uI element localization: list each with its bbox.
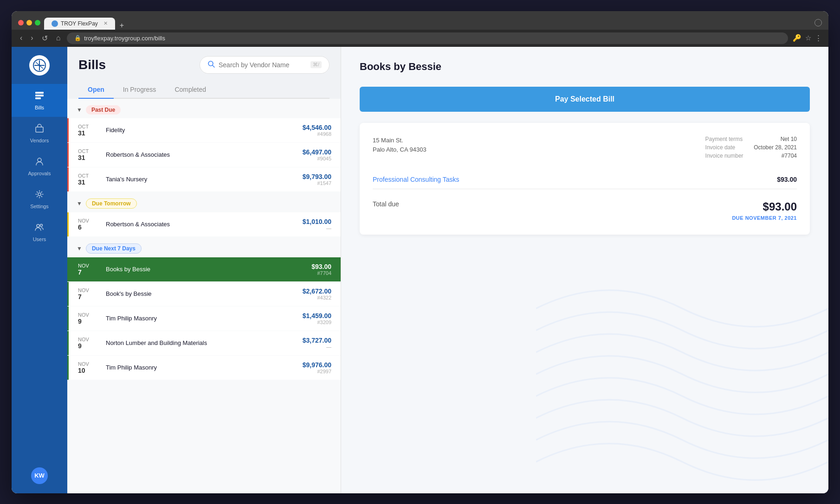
new-tab-button[interactable]: + — [117, 21, 127, 30]
invoice-term-row-date: Invoice date October 28, 2021 — [705, 144, 797, 151]
users-icon — [34, 222, 45, 235]
tab-open[interactable]: Open — [78, 81, 114, 99]
bill-item[interactable]: NOV 7 Book's by Bessie $2,672.00 #4322 — [67, 282, 341, 306]
logo-icon — [29, 55, 50, 76]
address-bar[interactable]: 🔒 troyflexpay.troygroup.com/bills — [67, 32, 788, 44]
invoice-term-row-number: Invoice number #7704 — [705, 153, 797, 159]
sidebar-item-vendors-label: Vendors — [30, 138, 49, 143]
sidebar-item-approvals[interactable]: Approvals — [12, 150, 67, 183]
bill-vendor: Fidelity — [100, 127, 303, 134]
back-button[interactable]: ‹ — [18, 33, 24, 43]
forward-button[interactable]: › — [29, 33, 35, 43]
tab-completed[interactable]: Completed — [165, 81, 215, 99]
tab-in-progress[interactable]: In Progress — [114, 81, 166, 99]
bill-vendor: Tim Philip Masonry — [100, 315, 303, 322]
bills-header: Bills ⌘/ Open In Progress — [67, 47, 341, 99]
bill-item[interactable]: OCT 31 Tania's Nursery $9,793.00 #1547 — [67, 167, 341, 191]
menu-icon[interactable]: ⋮ — [815, 34, 822, 42]
svg-rect-5 — [35, 95, 44, 96]
bill-vendor: Book's by Bessie — [100, 290, 303, 297]
bill-amount: $93.00 #7704 — [311, 263, 331, 276]
key-icon[interactable]: 🔑 — [793, 34, 801, 42]
past-due-toggle: ▼ — [77, 107, 82, 113]
bills-list: ▼ Past Due OCT 31 Fidelity $4,546.00 #49… — [67, 99, 341, 493]
bill-item[interactable]: OCT 31 Fidelity $4,546.00 #4968 — [67, 118, 341, 142]
bill-amount: $4,546.00 #4968 — [303, 124, 331, 137]
sidebar-item-approvals-label: Approvals — [28, 171, 51, 176]
invoice-total-row: Total due $93.00 DUE NOVEMBER 7, 2021 — [373, 197, 797, 222]
past-due-header[interactable]: ▼ Past Due — [67, 99, 341, 118]
due-next-7-header[interactable]: ▼ Due Next 7 Days — [67, 237, 341, 257]
svg-rect-4 — [35, 92, 44, 94]
sidebar-item-users-label: Users — [33, 236, 46, 242]
bill-amount: $2,672.00 #4322 — [303, 287, 331, 300]
bill-vendor: Books by Bessie — [100, 266, 311, 273]
due-tomorrow-header[interactable]: ▼ Due Tomorrow — [67, 192, 341, 212]
bill-vendor: Tania's Nursery — [100, 176, 303, 183]
bill-item[interactable]: NOV 10 Tim Philip Masonry $9,976.00 #299… — [67, 356, 341, 380]
bill-date: NOV 9 — [78, 337, 100, 350]
sidebar-item-settings-label: Settings — [30, 204, 49, 209]
due-next-7-badge: Due Next 7 Days — [86, 243, 142, 254]
search-shortcut: ⌘/ — [310, 61, 322, 68]
past-due-badge: Past Due — [86, 105, 121, 115]
bill-item[interactable]: NOV 9 Norton Lumber and Building Materia… — [67, 331, 341, 355]
invoice-term-row-payment: Payment terms Net 10 — [705, 136, 797, 142]
home-button[interactable]: ⌂ — [54, 33, 63, 43]
tab-title: TROY FlexPay — [61, 20, 98, 27]
address-line1: 15 Main St. — [373, 136, 426, 146]
sidebar-item-bills[interactable]: Bills — [12, 84, 67, 117]
detail-panel: Books by Bessie Pay Selected Bill 15 Mai… — [341, 47, 828, 493]
due-next-7-toggle: ▼ — [77, 245, 82, 252]
sidebar-item-users[interactable]: Users — [12, 216, 67, 249]
bill-date: OCT 31 — [78, 173, 100, 186]
bill-vendor: Norton Lumber and Building Materials — [100, 339, 303, 346]
bill-item[interactable]: NOV 6 Robertson & Associates $1,010.00 — — [67, 212, 341, 236]
bill-vendor: Robertson & Associates — [100, 221, 303, 228]
svg-line-13 — [213, 65, 214, 67]
address-line2: Palo Alto, CA 94303 — [373, 145, 426, 155]
bill-item[interactable]: OCT 31 Robertson & Associates $6,497.00 … — [67, 143, 341, 167]
sidebar: Bills Vendors — [12, 47, 67, 493]
svg-rect-6 — [35, 97, 41, 99]
browser-tab[interactable]: TROY FlexPay ✕ — [44, 18, 115, 30]
bill-amount: $6,497.00 #9045 — [303, 148, 331, 161]
bill-item[interactable]: NOV 7 Books by Bessie $93.00 #7704 — [67, 257, 341, 281]
vendors-icon — [34, 123, 45, 136]
invoice-address: 15 Main St. Palo Alto, CA 94303 — [373, 136, 426, 159]
bill-date: NOV 7 — [78, 287, 100, 300]
invoice-total-right: $93.00 DUE NOVEMBER 7, 2021 — [732, 200, 797, 222]
search-icon — [207, 60, 215, 70]
invoice-line-item: Professional Consulting Tasks $93.00 — [373, 170, 797, 189]
sidebar-nav: Bills Vendors — [12, 84, 67, 249]
search-input[interactable] — [219, 61, 307, 69]
invoice-address-row: 15 Main St. Palo Alto, CA 94303 Payment … — [373, 136, 797, 159]
tab-close-button[interactable]: ✕ — [103, 20, 108, 26]
bill-date: OCT 31 — [78, 148, 100, 161]
user-avatar[interactable]: KW — [31, 467, 48, 484]
due-tomorrow-toggle: ▼ — [77, 200, 82, 207]
sidebar-item-bills-label: Bills — [35, 105, 44, 110]
invoice-terms: Payment terms Net 10 Invoice date Octobe… — [705, 136, 797, 159]
sidebar-logo[interactable] — [12, 47, 67, 84]
star-icon[interactable]: ☆ — [805, 34, 811, 42]
svg-point-9 — [38, 193, 41, 196]
bill-amount: $9,976.00 #2997 — [303, 361, 331, 374]
bills-tabs: Open In Progress Completed — [78, 81, 330, 99]
bills-panel: Bills ⌘/ Open In Progress — [67, 47, 341, 493]
bill-amount: $9,793.00 #1547 — [303, 173, 331, 186]
svg-rect-7 — [36, 127, 43, 132]
search-bar[interactable]: ⌘/ — [200, 56, 330, 74]
sidebar-item-vendors[interactable]: Vendors — [12, 117, 67, 150]
lock-icon: 🔒 — [74, 35, 81, 41]
pay-selected-bill-button[interactable]: Pay Selected Bill — [360, 87, 810, 112]
svg-point-10 — [37, 224, 39, 227]
reload-button[interactable]: ↺ — [40, 33, 50, 44]
settings-icon — [34, 189, 45, 202]
bill-date: NOV 7 — [78, 263, 100, 276]
bill-item[interactable]: NOV 9 Tim Philip Masonry $1,459.00 #3209 — [67, 306, 341, 331]
bg-pattern — [536, 270, 828, 493]
approvals-icon — [34, 156, 45, 169]
sidebar-item-settings[interactable]: Settings — [12, 183, 67, 216]
bill-amount: $1,459.00 #3209 — [303, 312, 331, 325]
